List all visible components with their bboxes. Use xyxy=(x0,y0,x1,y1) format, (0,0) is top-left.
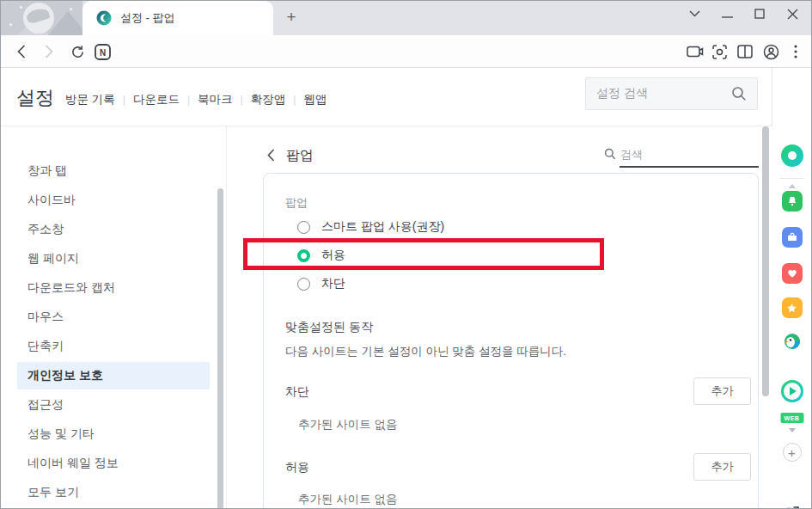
whale-sidebar: WEB + xyxy=(772,68,811,508)
block-group-label: 차단 xyxy=(285,384,309,400)
settings-header: 설정 방문 기록| 다운로드| 북마크| 확장앱| 웹앱 설정 검색 xyxy=(1,68,773,126)
content-title: 팝업 xyxy=(286,147,314,165)
divider xyxy=(780,178,803,179)
search-underline xyxy=(620,166,759,168)
sidebar-item-performance[interactable]: 성능 및 기타 xyxy=(17,420,210,448)
whale-logo-icon xyxy=(96,10,112,26)
settings-search-input[interactable]: 설정 검색 xyxy=(585,77,758,110)
minimize-button[interactable] xyxy=(720,7,734,21)
naver-icon[interactable]: N xyxy=(92,35,113,68)
whale-logo-ring-icon[interactable] xyxy=(781,144,803,167)
sidebar-item-mouse[interactable]: 마우스 xyxy=(17,304,210,331)
scroll-up-icon[interactable] xyxy=(789,184,796,188)
theme-artwork xyxy=(1,1,82,35)
allow-group-label: 허용 xyxy=(285,460,309,475)
content-scrollbar-thumb[interactable] xyxy=(762,126,769,396)
sidebar-item-addressbar[interactable]: 주소창 xyxy=(17,216,210,243)
title-bar: 설정 - 팝업 + xyxy=(1,1,811,35)
divider: | xyxy=(123,94,125,106)
browser-window: 설정 - 팝업 + N xyxy=(0,0,812,509)
video-icon[interactable] xyxy=(685,35,705,68)
radio-label: 허용 xyxy=(321,248,345,263)
settings-body: 창과 탭 사이드바 주소창 웹 페이지 다운로드와 캡처 마우스 단축키 개인정… xyxy=(1,126,773,508)
back-button[interactable] xyxy=(13,35,30,68)
radio-option-allow[interactable]: 허용 xyxy=(297,247,345,264)
sidebar-item-view-all[interactable]: 모두 보기 xyxy=(17,479,210,506)
content-search-icon xyxy=(604,148,616,160)
split-screen-icon[interactable] xyxy=(735,35,755,68)
star-dot xyxy=(70,8,72,10)
custom-actions-title: 맞춤설정된 동작 xyxy=(285,320,373,335)
reload-button[interactable] xyxy=(68,35,87,68)
popup-settings-content: 팝업 검색 팝업 스마트 팝업 사용(권장) 허용 차단 xyxy=(228,126,773,508)
popup-section-label: 팝업 xyxy=(285,195,308,211)
add-allowed-site-button[interactable]: 추가 xyxy=(693,453,751,481)
web-badge-icon[interactable]: WEB xyxy=(780,413,803,423)
web-badge-label: WEB xyxy=(780,413,803,423)
nav-bookmarks[interactable]: 북마크 xyxy=(198,92,233,107)
nav-webapps[interactable]: 웹앱 xyxy=(303,92,327,107)
block-empty-text: 추가된 사이트 없음 xyxy=(298,417,398,432)
naver-letter: N xyxy=(99,47,105,57)
nav-history[interactable]: 방문 기록 xyxy=(65,92,115,107)
star-icon[interactable] xyxy=(782,297,803,318)
settings-sidebar: 창과 탭 사이드바 주소창 웹 페이지 다운로드와 캡처 마우스 단축키 개인정… xyxy=(1,126,227,508)
sidebar-item-accessibility[interactable]: 접근성 xyxy=(17,391,210,419)
star-dot xyxy=(20,6,22,9)
parrot-icon[interactable] xyxy=(783,332,802,351)
browser-toolbar: N whale://settings/content/popups 설정 - 팝… xyxy=(1,35,811,68)
open-external-icon[interactable] xyxy=(784,505,801,509)
radio-selected-icon[interactable] xyxy=(297,249,310,262)
tab-title: 설정 - 팝업 xyxy=(120,10,175,26)
back-chevron-icon[interactable] xyxy=(267,149,275,162)
settings-search-placeholder: 설정 검색 xyxy=(596,86,731,101)
collapse-icon[interactable] xyxy=(789,428,796,432)
new-tab-button[interactable]: + xyxy=(280,6,302,28)
divider: | xyxy=(241,94,243,106)
add-blocked-site-button[interactable]: 추가 xyxy=(693,377,751,405)
content-search-input[interactable]: 검색 xyxy=(620,147,643,163)
radio-icon[interactable] xyxy=(297,278,310,291)
window-controls xyxy=(687,1,806,27)
sidebar-item-webpage[interactable]: 웹 페이지 xyxy=(17,245,210,273)
briefcase-icon[interactable] xyxy=(782,227,803,248)
forward-button[interactable] xyxy=(40,35,58,68)
nav-downloads[interactable]: 다운로드 xyxy=(133,92,180,107)
sidebar-item-privacy[interactable]: 개인정보 보호 xyxy=(17,362,210,389)
bell-icon[interactable] xyxy=(782,191,803,212)
divider: | xyxy=(187,94,190,106)
popup-settings-card: 팝업 스마트 팝업 사용(권장) 허용 차단 맞춤설정된 동작 다음 사이트는 … xyxy=(263,173,759,509)
radio-label: 스마트 팝업 사용(권장) xyxy=(321,219,444,235)
radio-icon[interactable] xyxy=(297,221,310,234)
play-circle-icon[interactable] xyxy=(781,380,803,402)
star-dot xyxy=(9,23,12,26)
custom-actions-description: 다음 사이트는 기본 설정이 아닌 맞춤 설정을 따릅니다. xyxy=(285,344,566,359)
browser-tab[interactable]: 설정 - 팝업 xyxy=(82,1,273,35)
add-sidebar-item-icon[interactable]: + xyxy=(783,443,802,462)
sidebar-item-shortcuts[interactable]: 단축키 xyxy=(17,333,210,360)
capture-icon[interactable] xyxy=(709,35,730,68)
radio-option-smart-popup[interactable]: 스마트 팝업 사용(권장) xyxy=(297,218,444,236)
divider: | xyxy=(293,94,296,106)
more-menu-icon[interactable] xyxy=(787,35,804,68)
profile-icon[interactable] xyxy=(760,35,781,68)
search-icon xyxy=(731,86,747,101)
radio-option-block[interactable]: 차단 xyxy=(297,275,345,292)
sidebar-scrollbar-thumb[interactable] xyxy=(217,188,223,509)
sidebar-item-downloads[interactable]: 다운로드와 캡처 xyxy=(17,274,210,302)
heart-icon[interactable] xyxy=(782,263,803,284)
sidebar-item-sidebar[interactable]: 사이드바 xyxy=(17,187,210,214)
settings-nav: 방문 기록| 다운로드| 북마크| 확장앱| 웹앱 xyxy=(65,92,327,107)
chevron-down-icon[interactable] xyxy=(687,7,701,21)
sidebar-item-about[interactable]: 네이버 웨일 정보 xyxy=(17,450,210,477)
nav-extensions[interactable]: 확장앱 xyxy=(251,92,286,107)
close-button[interactable] xyxy=(785,7,799,21)
radio-label: 차단 xyxy=(321,276,345,291)
sidebar-item-windows-tabs[interactable]: 창과 탭 xyxy=(17,157,210,185)
allow-empty-text: 추가된 사이트 없음 xyxy=(298,492,398,507)
maximize-button[interactable] xyxy=(753,7,766,21)
page-title: 설정 xyxy=(16,85,54,111)
